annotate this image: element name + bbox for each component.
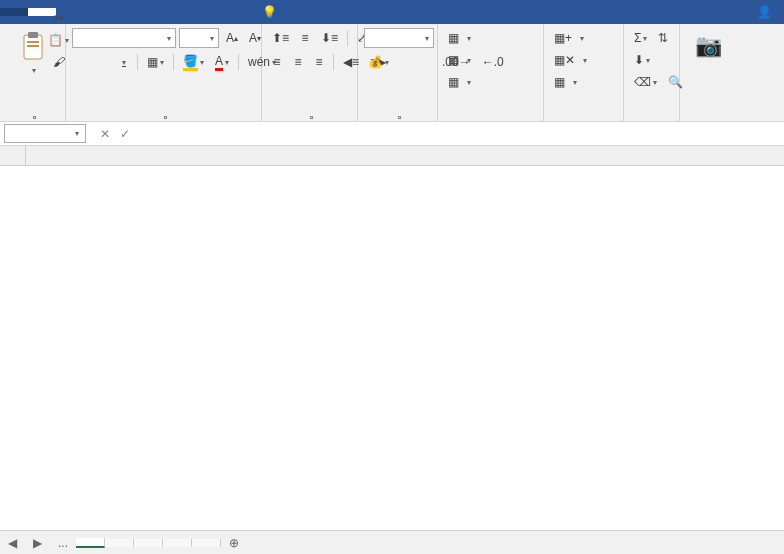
bulb-icon: 💡 <box>262 5 277 19</box>
ribbon: ▾ ✂ 📋▾ 🖌 ▾ ▾ A▴ A▾ ▾ ▦▾ 🪣▾ A▾ wén▾ ⬆≡ ≡ … <box>0 24 784 122</box>
prev-sheet-button[interactable]: ◀ <box>0 532 25 554</box>
sheet-tabs-bar: ◀ ▶ ... ⊕ <box>0 530 784 554</box>
grow-font-button[interactable]: A▴ <box>222 28 242 48</box>
sheet-tab-4[interactable] <box>105 539 134 547</box>
brush-icon: 🖌 <box>53 55 65 69</box>
group-number: ▾ 💰▾ .00→ ←.0 <box>358 24 438 121</box>
sheet-tab-7[interactable] <box>192 539 221 547</box>
camera-button[interactable]: 📷 <box>686 28 730 66</box>
cond-format-button[interactable]: ▦▾ <box>444 28 544 48</box>
user-icon: 👤 <box>757 5 772 19</box>
style-icon: ▦ <box>448 75 459 89</box>
tab-view[interactable] <box>196 8 224 16</box>
fill-button[interactable]: ⬇▾ <box>630 50 654 70</box>
group-label <box>268 114 351 119</box>
enter-icon[interactable]: ✓ <box>120 127 130 141</box>
menu-bar: 💡 👤 <box>0 0 784 24</box>
delete-icon: ▦✕ <box>554 53 575 67</box>
clear-button[interactable]: ⌫▾ <box>630 72 661 92</box>
format-cells-button[interactable]: ▦▾ <box>550 72 624 92</box>
italic-button[interactable] <box>93 52 111 72</box>
border-icon: ▦ <box>147 55 158 69</box>
cut-button[interactable]: ✂ <box>44 8 73 28</box>
fmt-icon: ▦ <box>554 75 565 89</box>
align-top-button[interactable]: ⬆≡ <box>268 28 293 48</box>
tab-review[interactable] <box>168 8 196 16</box>
currency-button[interactable]: 💰▾ <box>364 52 393 72</box>
bold-button[interactable] <box>72 52 90 72</box>
tab-dev[interactable] <box>224 8 252 16</box>
sort-button[interactable]: ⇅ <box>654 28 672 48</box>
percent-button[interactable] <box>396 52 414 72</box>
cells-area[interactable] <box>26 166 784 530</box>
share-button[interactable]: 👤 <box>757 0 778 24</box>
group-label <box>72 114 255 119</box>
new-sheet-button[interactable]: ⊕ <box>221 532 247 554</box>
group-clipboard: ▾ ✂ 📋▾ 🖌 <box>0 24 66 121</box>
tab-layout[interactable] <box>84 8 112 16</box>
group-label <box>630 117 673 119</box>
align-center-button[interactable]: ≡ <box>289 52 307 72</box>
bucket-icon: 🪣 <box>183 54 198 71</box>
spreadsheet-grid <box>0 146 784 530</box>
tell-me[interactable]: 💡 <box>262 5 281 19</box>
tab-formula[interactable] <box>112 8 140 16</box>
more-sheets-button[interactable]: ... <box>50 532 76 554</box>
formula-bar[interactable] <box>150 122 784 145</box>
tab-data[interactable] <box>140 8 168 16</box>
fill-color-button[interactable]: 🪣▾ <box>179 52 208 72</box>
group-styles: ▦▾ ▦▾ ▦▾ <box>438 24 544 121</box>
tbl-icon: ▦ <box>448 53 459 67</box>
group-align: ⬆≡ ≡ ⬇≡ ⤢▾ ≡ ≡ ≡ ◀≡ ≡▶ <box>262 24 358 121</box>
align-bot-button[interactable]: ⬇≡ <box>317 28 342 48</box>
number-format-select[interactable]: ▾ <box>364 28 434 48</box>
svg-rect-2 <box>27 41 39 43</box>
font-name-select[interactable]: ▾ <box>72 28 176 48</box>
insert-icon: ▦+ <box>554 31 572 45</box>
group-cells: ▦+▾ ▦✕▾ ▦▾ <box>544 24 624 121</box>
underline-button[interactable]: ▾ <box>114 52 132 72</box>
scissors-icon: ✂ <box>54 11 64 25</box>
name-box-bar: ▾ ✕ ✓ <box>0 122 784 146</box>
next-sheet-button[interactable]: ▶ <box>25 532 50 554</box>
delete-cells-button[interactable]: ▦✕▾ <box>550 50 624 70</box>
font-color-button[interactable]: A▾ <box>211 52 233 72</box>
group-label <box>550 117 617 119</box>
column-headers <box>26 146 784 166</box>
border-button[interactable]: ▦▾ <box>143 52 168 72</box>
select-all-corner[interactable] <box>0 146 26 166</box>
cancel-icon[interactable]: ✕ <box>100 127 110 141</box>
sheet-tab-merge[interactable] <box>163 539 192 547</box>
cond-icon: ▦ <box>448 31 459 45</box>
sum-button[interactable]: Σ▾ <box>630 28 651 48</box>
align-right-button[interactable]: ≡ <box>310 52 328 72</box>
sheet-tab-5[interactable] <box>134 539 163 547</box>
align-mid-button[interactable]: ≡ <box>296 28 314 48</box>
insert-cells-button[interactable]: ▦+▾ <box>550 28 624 48</box>
table-format-button[interactable]: ▦▾ <box>444 50 544 70</box>
group-font: ▾ ▾ A▴ A▾ ▾ ▦▾ 🪣▾ A▾ wén▾ <box>66 24 262 121</box>
group-label <box>444 117 537 119</box>
font-a-icon: A <box>215 54 223 71</box>
name-box[interactable]: ▾ <box>4 124 86 143</box>
sheet-tab-3[interactable] <box>76 538 105 548</box>
copy-button[interactable]: 📋▾ <box>44 30 73 50</box>
brush-button[interactable]: 🖌 <box>44 52 73 72</box>
group-label <box>686 117 730 119</box>
group-label <box>364 114 431 119</box>
align-left-button[interactable]: ≡ <box>268 52 286 72</box>
camera-icon: 📷 <box>692 30 724 62</box>
group-camera: 📷 <box>680 24 736 121</box>
tab-file[interactable] <box>0 8 28 16</box>
comma-button[interactable] <box>417 52 435 72</box>
group-label <box>6 114 59 119</box>
cell-style-button[interactable]: ▦▾ <box>444 72 544 92</box>
copy-icon: 📋 <box>48 33 63 47</box>
group-edit: Σ▾⇅ ⬇▾ ⌫▾🔍 <box>624 24 680 121</box>
svg-rect-1 <box>28 32 38 38</box>
svg-rect-3 <box>27 45 39 47</box>
font-size-select[interactable]: ▾ <box>179 28 219 48</box>
